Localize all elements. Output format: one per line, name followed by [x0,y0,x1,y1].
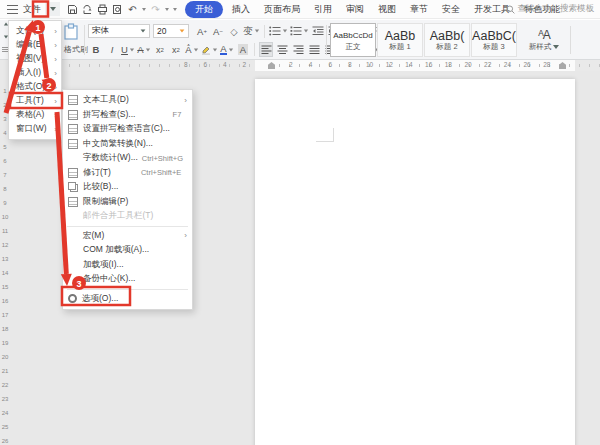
increase-font-button[interactable]: A+ [195,24,209,39]
ruler-number: 12 [379,61,399,68]
file-menu-button[interactable]: 文件 [23,3,41,16]
compare-icon [68,182,76,190]
classic-menu-dropdown-button[interactable] [45,2,60,16]
submenu-item[interactable]: 比较(B)... › [63,180,192,195]
submenu-item[interactable]: 设置拼写检查语言(C)... › [63,122,192,137]
ruler-number: 24 [498,61,518,68]
menu-item-icon [68,274,78,284]
ruler-number: 26 [0,434,10,445]
font-color-button[interactable]: A [220,42,234,57]
submenu-item[interactable]: 中文简繁转换(N)... › [63,137,192,152]
ribbon-tab[interactable]: 视图 [371,1,403,18]
more-commands-icon[interactable] [173,8,177,11]
style-card[interactable]: AaBb( 标题 2 [424,23,470,57]
align-center-icon [277,45,288,54]
new-style-button[interactable]: ᴬA 新样式 [524,23,564,57]
italic-button[interactable]: I [105,42,119,57]
ribbon-tab[interactable]: 页面布局 [257,1,307,18]
font-size-select[interactable]: 20 [153,24,189,38]
decrease-indent-button[interactable] [311,24,325,39]
submenu-item[interactable]: 限制编辑(P) › [63,195,192,210]
menu-item[interactable]: 格式(O) › [9,80,61,94]
undo-button[interactable]: ↶ [126,2,139,17]
submenu-item[interactable]: 字数统计(W)... Ctrl+Shift+G › [63,151,192,166]
chevron-down-icon [553,45,559,49]
style-preview: AaBb( [430,30,465,42]
redo-button[interactable]: ↷ [149,2,162,17]
align-left-button[interactable] [259,42,273,57]
submenu-item[interactable]: 选项(O)... › [63,292,192,307]
ruler-number: 23 [0,392,10,406]
submenu-item[interactable]: COM 加载项(A)... › [63,243,192,258]
ruler-margin-numbers: 8642 [176,61,254,68]
ruler-number: 26 [517,61,537,68]
decrease-indent-icon [312,26,324,36]
numbered-list-button[interactable] [290,24,309,39]
submenu-item[interactable]: 邮件合并工具栏(T) › [63,209,192,224]
ribbon-tab[interactable]: 章节 [403,1,435,18]
text-effects-button[interactable]: 变 [243,24,260,39]
justify-button[interactable] [307,42,321,57]
gear-icon [68,294,77,303]
char-shading-button[interactable]: A [236,42,250,57]
command-search[interactable]: 查找命令、搜索模板 [506,3,595,15]
menu-item[interactable]: 窗口(W) › [9,122,61,136]
submenu-item[interactable]: 修订(T) Ctrl+Shift+E › [63,166,192,181]
ribbon-tab[interactable]: 引用 [307,1,339,18]
chevron-down-icon [141,29,146,32]
document-page[interactable] [255,79,575,445]
horizontal-ruler[interactable]: 8642 246810121416182022242628 [10,60,600,71]
submenu-item[interactable]: 文本工具(D) › [63,93,192,108]
highlight-color-button[interactable] [201,42,218,57]
align-right-button[interactable] [291,42,305,57]
ribbon-tab[interactable]: 安全 [435,1,467,18]
bullet-list-button[interactable] [269,24,288,39]
print-preview-button[interactable] [111,2,124,17]
scroll-down-icon[interactable] [3,35,7,38]
search-placeholder: 查找命令、搜索模板 [518,3,595,15]
bold-button[interactable]: B [89,42,103,57]
menu-item[interactable]: 编辑(E) › [9,38,61,52]
paste-button[interactable] [63,22,79,42]
submenu-item[interactable]: 备份中心(K)... › [63,272,192,287]
style-card[interactable]: AaBb 标题 1 [377,23,423,57]
menu-item[interactable]: 视图(V) › [9,52,61,66]
print-button[interactable] [96,2,109,17]
subscript-button[interactable]: x2 [169,42,183,57]
submenu-item-label: 选项(O)... [82,293,177,305]
style-card[interactable]: AaBbC( 标题 3 [471,23,517,57]
ribbon-tab[interactable]: 审阅 [339,1,371,18]
submenu-item[interactable]: 加载项(I)... › [63,258,192,273]
submenu-item[interactable]: 宏(M) › [63,229,192,244]
menu-item-icon [68,153,78,163]
ruler-number: 6 [320,61,340,68]
phonetic-guide-button[interactable]: A̐ [185,42,199,57]
hamburger-icon[interactable] [7,5,18,14]
ruler-number: 28 [537,61,557,68]
scroll-up-icon[interactable] [3,23,7,26]
chevron-down-icon [194,48,198,51]
shortcut-label: Ctrl+Shift+G [142,154,183,163]
undo-icon: ↶ [128,4,136,15]
align-center-button[interactable] [275,42,289,57]
undo-dropdown-icon[interactable] [142,8,146,11]
menubar: 文件 ↶ ↷ 开始插入页面布局引用审阅视图章节安全开发工具特色功能 查找命令、搜… [0,0,600,19]
decrease-font-button[interactable]: A− [211,24,225,39]
font-name-select[interactable]: 宋体 [88,24,150,38]
superscript-button[interactable]: x2 [153,42,167,57]
underline-button[interactable]: U [121,42,135,57]
ribbon-tab[interactable]: 开始 [185,1,223,18]
ribbon-tab[interactable]: 插入 [225,1,257,18]
redo-dropdown-icon[interactable] [165,8,169,11]
clear-format-button[interactable]: ◇ [227,24,241,39]
style-card[interactable]: AaBbCcDd 正文 [330,23,376,57]
save-button[interactable] [66,2,79,17]
submenu-item[interactable]: 拼写检查(S)... F7 › [63,108,192,123]
menu-item[interactable]: 工具(T) › [9,94,61,108]
menu-item[interactable]: 文件(F) › [9,24,61,38]
ruler-number: 8 [340,61,360,68]
menu-item[interactable]: 插入(I) › [9,66,61,80]
export-button[interactable] [81,2,94,17]
strikethrough-button[interactable]: A [137,42,151,57]
menu-item[interactable]: 表格(A) › [9,108,61,122]
